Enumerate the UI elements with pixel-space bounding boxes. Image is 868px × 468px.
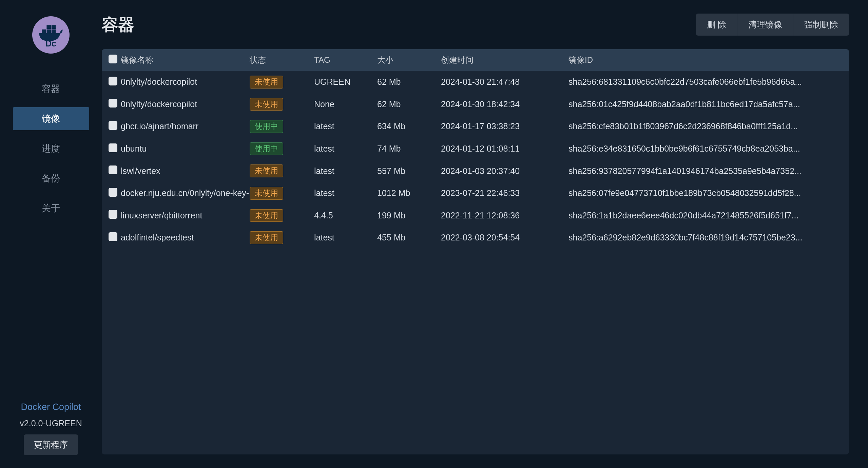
svg-rect-0 [42, 30, 46, 33]
tag-cell: latest [314, 138, 377, 160]
status-cell: 未使用 [250, 93, 314, 116]
status-cell: 未使用 [250, 71, 314, 93]
row-checkbox[interactable] [109, 77, 117, 85]
svg-text:Dc: Dc [45, 39, 56, 48]
image-name-cell: 0nlylty/dockercopilot [121, 93, 250, 116]
row-checkbox[interactable] [109, 99, 117, 108]
created-cell: 2024-01-12 01:08:11 [441, 138, 568, 160]
image-id-cell: sha256:e34e831650c1bb0be9b6f61c6755749cb… [568, 138, 849, 160]
sidebar-nav-item[interactable]: 关于 [13, 197, 89, 220]
status-badge: 未使用 [250, 231, 283, 244]
header-action-button[interactable]: 删 除 [696, 14, 737, 36]
table-row[interactable]: 0nlylty/dockercopilot未使用UGREEN62 Mb2024-… [102, 71, 849, 93]
image-id-cell: sha256:cfe83b01b1f803967d6c2d236968f846b… [568, 115, 849, 138]
row-checkbox[interactable] [109, 210, 117, 219]
status-badge: 未使用 [250, 209, 283, 222]
sidebar: Dc 容器镜像进度备份关于 Docker Copilot v2.0.0-UGRE… [0, 0, 102, 468]
row-checkbox-cell [102, 227, 121, 249]
tag-cell: None [314, 93, 377, 116]
row-checkbox[interactable] [109, 121, 117, 130]
table-row[interactable]: adolfintel/speedtest未使用latest455 Mb2022-… [102, 227, 849, 249]
header-action-button[interactable]: 清理镜像 [737, 14, 793, 36]
row-checkbox-cell [102, 160, 121, 182]
created-cell: 2024-01-17 03:38:23 [441, 115, 568, 138]
column-header-id[interactable]: 镜像ID [568, 49, 849, 71]
header-action-button[interactable]: 强制删除 [793, 14, 849, 36]
status-cell: 未使用 [250, 182, 314, 204]
image-name-cell: docker.nju.edu.cn/0nlylty/one-key- [121, 182, 250, 204]
image-id-cell: sha256:07fe9e04773710f1bbe189b73cb054803… [568, 182, 849, 204]
tag-cell: UGREEN [314, 71, 377, 93]
sidebar-nav-item[interactable]: 镜像 [13, 107, 89, 130]
app-logo: Dc [32, 16, 70, 54]
tag-cell: latest [314, 160, 377, 182]
image-id-cell: sha256:a6292eb82e9d63330bc7f48c88f19d14c… [568, 227, 849, 249]
image-id-cell: sha256:681331109c6c0bfc22d7503cafe066ebf… [568, 71, 849, 93]
row-checkbox[interactable] [109, 232, 117, 241]
app-version-label: v2.0.0-UGREEN [20, 418, 82, 428]
size-cell: 62 Mb [377, 71, 441, 93]
table-row[interactable]: ghcr.io/ajnart/homarr使用中latest634 Mb2024… [102, 115, 849, 138]
sidebar-nav: 容器镜像进度备份关于 [13, 77, 89, 220]
column-header-size[interactable]: 大小 [377, 49, 441, 71]
created-cell: 2024-01-30 18:42:34 [441, 93, 568, 116]
update-button[interactable]: 更新程序 [24, 434, 78, 455]
image-name-cell: ghcr.io/ajnart/homarr [121, 115, 250, 138]
column-header-status[interactable]: 状态 [250, 49, 314, 71]
row-checkbox-cell [102, 204, 121, 227]
row-checkbox-cell [102, 93, 121, 116]
image-id-cell: sha256:937820577994f1a1401946174ba2535a9… [568, 160, 849, 182]
svg-rect-3 [46, 25, 51, 29]
image-id-cell: sha256:1a1b2daee6eee46dc020db44a72148552… [568, 204, 849, 227]
row-checkbox[interactable] [109, 143, 117, 152]
created-cell: 2024-01-30 21:47:48 [441, 71, 568, 93]
sidebar-nav-item[interactable]: 进度 [13, 137, 89, 160]
sidebar-footer: Docker Copilot v2.0.0-UGREEN 更新程序 [20, 402, 82, 455]
image-name-cell: adolfintel/speedtest [121, 227, 250, 249]
status-badge: 未使用 [250, 164, 283, 177]
size-cell: 62 Mb [377, 93, 441, 116]
size-cell: 557 Mb [377, 160, 441, 182]
sidebar-nav-item[interactable]: 备份 [13, 167, 89, 190]
image-name-cell: ubuntu [121, 138, 250, 160]
created-cell: 2022-11-21 12:08:36 [441, 204, 568, 227]
table-row[interactable]: docker.nju.edu.cn/0nlylty/one-key-未使用lat… [102, 182, 849, 204]
image-name-cell: lswl/vertex [121, 160, 250, 182]
row-checkbox[interactable] [109, 165, 117, 174]
tag-cell: latest [314, 182, 377, 204]
svg-rect-1 [46, 30, 51, 33]
images-table-container: 镜像名称 状态 TAG 大小 创建时间 镜像ID 0nlylty/dockerc… [102, 49, 849, 454]
svg-rect-2 [52, 30, 56, 33]
images-table: 镜像名称 状态 TAG 大小 创建时间 镜像ID 0nlylty/dockerc… [102, 49, 849, 249]
image-name-cell: linuxserver/qbittorrent [121, 204, 250, 227]
docker-icon: Dc [36, 20, 66, 50]
table-header-row: 镜像名称 状态 TAG 大小 创建时间 镜像ID [102, 49, 849, 71]
tag-cell: 4.4.5 [314, 204, 377, 227]
main-panel: 容器 删 除清理镜像强制删除 镜像名称 状态 TAG 大小 创建时间 镜像ID … [102, 0, 868, 468]
select-all-checkbox[interactable] [109, 55, 117, 63]
table-row[interactable]: 0nlylty/dockercopilot未使用None62 Mb2024-01… [102, 93, 849, 116]
status-badge: 未使用 [250, 187, 283, 200]
app-name-label: Docker Copilot [21, 402, 81, 412]
image-id-cell: sha256:01c425f9d4408bab2aa0df1b811bc6ed1… [568, 93, 849, 116]
column-header-name[interactable]: 镜像名称 [121, 49, 250, 71]
table-row[interactable]: lswl/vertex未使用latest557 Mb2024-01-03 20:… [102, 160, 849, 182]
status-cell: 未使用 [250, 204, 314, 227]
column-header-created[interactable]: 创建时间 [441, 49, 568, 71]
header-actions: 删 除清理镜像强制删除 [696, 14, 849, 36]
created-cell: 2024-01-03 20:37:40 [441, 160, 568, 182]
status-cell: 未使用 [250, 160, 314, 182]
table-row[interactable]: linuxserver/qbittorrent未使用4.4.5199 Mb202… [102, 204, 849, 227]
column-header-checkbox [102, 49, 121, 71]
created-cell: 2022-03-08 20:54:54 [441, 227, 568, 249]
table-row[interactable]: ubuntu使用中latest74 Mb2024-01-12 01:08:11s… [102, 138, 849, 160]
row-checkbox[interactable] [109, 188, 117, 197]
status-badge: 未使用 [250, 98, 283, 111]
status-cell: 使用中 [250, 138, 314, 160]
status-badge: 使用中 [250, 142, 283, 155]
column-header-tag[interactable]: TAG [314, 49, 377, 71]
image-name-cell: 0nlylty/dockercopilot [121, 71, 250, 93]
page-title: 容器 [102, 14, 134, 36]
svg-rect-4 [52, 25, 56, 29]
sidebar-nav-item[interactable]: 容器 [13, 77, 89, 100]
